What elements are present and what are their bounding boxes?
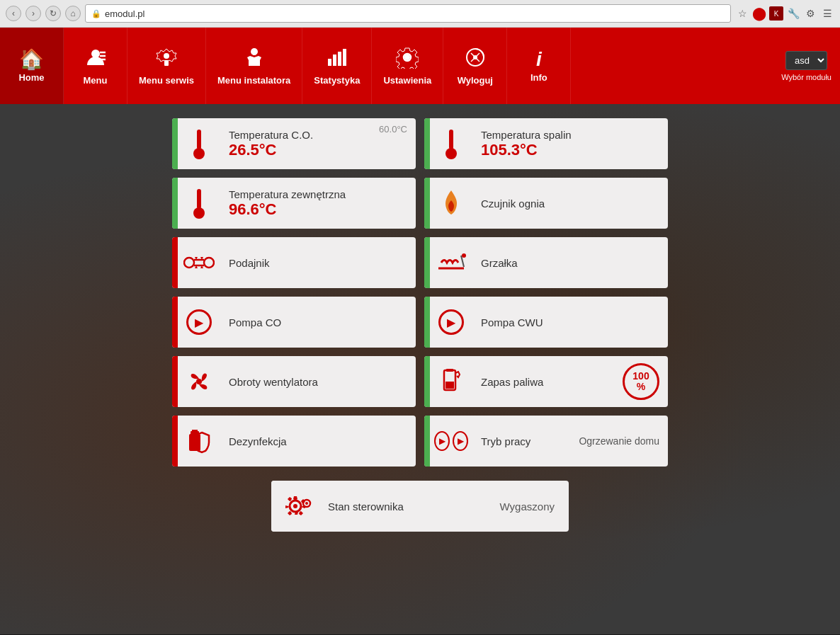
ext3-icon[interactable]: ⚙ <box>803 6 817 21</box>
tile-obroty[interactable]: Obroty wentylatora <box>172 356 416 407</box>
nav-menu-instalatora[interactable]: Menu instalatora <box>206 28 302 104</box>
title-temp-zewnetrzna: Temperatura zewnętrzna <box>229 188 407 200</box>
svg-rect-24 <box>198 138 200 151</box>
svg-rect-30 <box>198 198 200 210</box>
fuel-pct-value: 100 <box>632 371 649 382</box>
star-icon[interactable]: ☆ <box>735 6 749 21</box>
tile-dezynfekcja[interactable]: Dezynfekcja <box>172 416 416 467</box>
nav-menu-label: Menu <box>84 75 108 86</box>
wyloguj-nav-icon <box>464 46 487 72</box>
refresh-button[interactable]: ↻ <box>45 6 61 21</box>
tile-pompa-cwu[interactable]: ▶ Pompa CWU <box>424 297 668 348</box>
menu-instalatora-nav-icon <box>243 46 266 72</box>
indicator-obroty <box>172 356 178 407</box>
tile-content-stan: Stan sterownika <box>319 495 500 518</box>
svg-point-4 <box>164 53 169 59</box>
tile-temp-zewnetrzna[interactable]: Temperatura zewnętrzna 96.6°C <box>172 178 416 229</box>
menu-serwis-nav-icon <box>155 46 178 72</box>
svg-rect-40 <box>445 382 454 389</box>
svg-rect-12 <box>343 49 346 66</box>
thermometer-zewnetrzna-icon <box>178 182 220 224</box>
svg-rect-27 <box>450 138 453 151</box>
tile-content-dezynfekcja: Dezynfekcja <box>220 430 416 453</box>
fan-icon <box>178 362 220 401</box>
thermometer-spalin-icon <box>430 122 472 165</box>
title-temp-spalin: Temperatura spalin <box>481 129 659 141</box>
menu-nav-icon <box>84 47 107 72</box>
svg-point-47 <box>305 502 308 505</box>
tryb-pump2-icon: ▶ <box>453 431 468 451</box>
svg-rect-9 <box>328 59 331 66</box>
title-stan: Stan sterownika <box>328 500 492 513</box>
nav-info[interactable]: i Info <box>507 28 571 104</box>
svg-rect-10 <box>333 55 336 66</box>
tryb-value: Ogrzewanie domu <box>579 435 659 447</box>
tile-pompa-co[interactable]: ▶ Pompa CO <box>172 297 416 348</box>
tile-grzalka[interactable]: Grzałka <box>424 237 668 288</box>
ext2-icon[interactable]: 🔧 <box>786 6 800 21</box>
nav-menu-instalatora-label: Menu instalatora <box>217 75 290 86</box>
nav-ustawienia[interactable]: Ustawienia <box>372 28 443 104</box>
pump-co-circle: ▶ <box>186 309 212 335</box>
nav-home-label: Home <box>18 72 44 83</box>
setpoint-temp-co: 60.0°C <box>379 124 407 135</box>
tile-content-temp-co: 60.0°C Temperatura C.O. 26.5°C <box>220 123 416 165</box>
nav-menu-serwis[interactable]: Menu serwis <box>127 28 206 104</box>
nav-statystyka-label: Statystyka <box>314 75 360 86</box>
indicator-stan <box>271 481 277 532</box>
nav-menu[interactable]: Menu <box>64 28 127 104</box>
nav-wyloguj[interactable]: Wyloguj <box>443 28 507 104</box>
indicator-temp-zewnetrzna <box>172 178 178 229</box>
tile-content-czujnik-ognia: Czujnik ognia <box>472 192 668 215</box>
back-button[interactable]: ‹ <box>6 6 21 21</box>
module-select-input[interactable]: asd <box>785 51 827 70</box>
lock-icon: 🔒 <box>91 9 101 18</box>
pump-co-icon: ▶ <box>178 304 220 341</box>
address-bar[interactable]: 🔒 emodul.pl <box>85 4 731 23</box>
dezynfekcja-icon <box>178 421 220 461</box>
tile-content-zapas-paliwa: Zapas paliwa <box>472 370 623 394</box>
tile-czujnik-ognia[interactable]: Czujnik ognia <box>424 178 668 229</box>
tile-content-obroty: Obroty wentylatora <box>220 370 416 394</box>
forward-button[interactable]: › <box>25 6 41 21</box>
tile-temp-co[interactable]: 60.0°C Temperatura C.O. 26.5°C <box>172 118 416 169</box>
svg-point-31 <box>184 258 194 268</box>
info-nav-icon: i <box>536 50 542 69</box>
svg-rect-5 <box>164 60 169 66</box>
tile-content-tryb-pracy: Tryb pracy <box>472 430 579 453</box>
title-dezynfekcja: Dezynfekcja <box>229 435 407 447</box>
title-pompa-co: Pompa CO <box>229 316 407 328</box>
main-content: 60.0°C Temperatura C.O. 26.5°C Temperatu… <box>0 104 840 634</box>
home-browser-button[interactable]: ⌂ <box>65 6 81 21</box>
browser-toolbar: ‹ › ↻ ⌂ 🔒 emodul.pl ☆ ⬤ K 🔧 ⚙ ☰ <box>0 0 840 27</box>
tile-zapas-paliwa[interactable]: Zapas paliwa 100 % <box>424 356 668 407</box>
tile-temp-spalin[interactable]: Temperatura spalin 105.3°C <box>424 118 668 169</box>
value-temp-spalin: 105.3°C <box>481 141 659 159</box>
title-obroty: Obroty wentylatora <box>229 376 407 388</box>
tile-stan-sterownika[interactable]: Stan sterownika Wygaszony <box>271 481 569 532</box>
ext1-icon[interactable]: K <box>769 6 783 21</box>
tryb-value-right: Ogrzewanie domu <box>579 435 668 447</box>
nav-ustawienia-label: Ustawienia <box>383 75 431 86</box>
tile-podajnik[interactable]: Podajnik <box>172 237 416 288</box>
nav-info-label: Info <box>530 72 547 83</box>
indicator-temp-co <box>172 118 178 169</box>
app-container: 🏠 Home Menu <box>0 28 840 634</box>
nav-home[interactable]: 🏠 Home <box>0 28 64 104</box>
indicator-zapas-paliwa <box>424 356 430 407</box>
tile-content-podajnik: Podajnik <box>220 251 416 275</box>
title-czujnik-ognia: Czujnik ognia <box>481 198 659 210</box>
tile-tryb-pracy[interactable]: ▶ ▶ Tryb pracy Ogrzewanie domu <box>424 416 668 467</box>
menu-dots-icon[interactable]: ☰ <box>820 6 834 21</box>
nav-statystyka[interactable]: Statystyka <box>302 28 372 104</box>
svg-rect-11 <box>338 52 341 66</box>
svg-rect-7 <box>251 57 257 66</box>
svg-point-32 <box>204 258 214 268</box>
svg-point-45 <box>293 504 297 508</box>
tryb-icon: ▶ ▶ <box>430 425 472 457</box>
browser-actions: ☆ ⬤ K 🔧 ⚙ ☰ <box>735 6 834 21</box>
title-tryb-pracy: Tryb pracy <box>481 435 570 447</box>
stop-icon[interactable]: ⬤ <box>752 6 766 21</box>
tile-content-temp-spalin: Temperatura spalin 105.3°C <box>472 123 668 165</box>
title-pompa-cwu: Pompa CWU <box>481 316 659 328</box>
